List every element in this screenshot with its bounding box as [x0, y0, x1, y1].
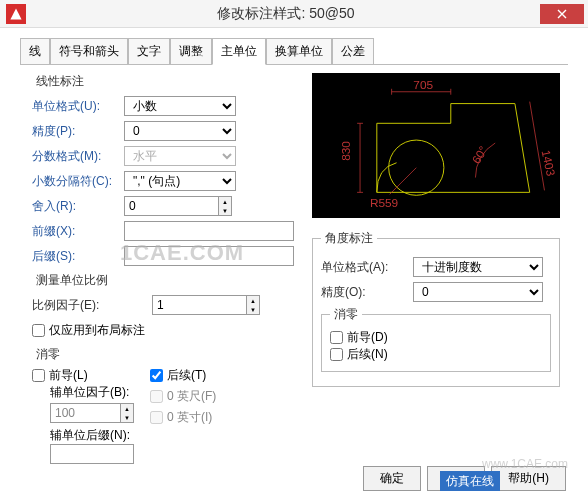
subsuffix-input[interactable]	[50, 444, 134, 464]
angular-unit-label: 单位格式(A):	[321, 259, 413, 276]
svg-line-3	[530, 102, 545, 191]
angular-leading-checkbox[interactable]	[330, 331, 343, 344]
tab-text[interactable]: 文字	[128, 38, 170, 65]
leading-checkbox[interactable]	[32, 369, 45, 382]
zero-legend: 消零	[32, 346, 64, 363]
close-icon	[557, 9, 567, 19]
prefix-label: 前缀(X):	[32, 223, 124, 240]
ok-button[interactable]: 确定	[363, 466, 421, 491]
trailing-checkbox[interactable]	[150, 369, 163, 382]
angular-zero-legend: 消零	[330, 306, 362, 323]
angular-trailing-label: 后续(N)	[347, 346, 388, 363]
suffix-input[interactable]	[124, 246, 294, 266]
tab-primary-units[interactable]: 主单位	[212, 38, 266, 65]
angular-precision-select[interactable]: 0	[413, 282, 543, 302]
title-bar: 修改标注样式: 50@50	[0, 0, 588, 28]
decimal-separator-select[interactable]: "," (句点)	[124, 171, 236, 191]
app-icon	[6, 4, 26, 24]
window-title: 修改标注样式: 50@50	[32, 5, 540, 23]
angular-unit-select[interactable]: 十进制度数	[413, 257, 543, 277]
roundoff-down[interactable]: ▼	[219, 206, 231, 215]
angular-leading-label: 前导(D)	[347, 329, 388, 346]
dim-top: 705	[413, 78, 433, 92]
scale-down[interactable]: ▼	[247, 305, 259, 314]
subfactor-label: 辅单位因子(B):	[50, 384, 134, 401]
close-button[interactable]	[540, 4, 584, 24]
help-button[interactable]: 帮助(H)	[491, 466, 566, 491]
scale-factor-input[interactable]	[152, 295, 246, 315]
prefix-input[interactable]	[124, 221, 294, 241]
svg-line-4	[390, 168, 417, 195]
fraction-format-select[interactable]: 水平	[124, 146, 236, 166]
scale-legend: 测量单位比例	[32, 272, 112, 289]
angular-legend: 角度标注	[321, 230, 377, 247]
layout-only-label: 仅应用到布局标注	[49, 322, 145, 339]
unit-format-label: 单位格式(U):	[32, 98, 124, 115]
tab-panel: 线性标注 单位格式(U): 小数 精度(P): 0 分数格式(M): 水平 小数…	[20, 64, 568, 474]
scale-factor-label: 比例因子(E):	[32, 297, 152, 314]
angular-precision-label: 精度(O):	[321, 284, 413, 301]
tab-strip: 线 符号和箭头 文字 调整 主单位 换算单位 公差	[0, 28, 588, 65]
roundoff-label: 舍入(R):	[32, 198, 124, 215]
tab-fit[interactable]: 调整	[170, 38, 212, 65]
precision-label: 精度(P):	[32, 123, 124, 140]
feet-label: 0 英尺(F)	[167, 388, 216, 405]
suffix-label: 后缀(S):	[32, 248, 124, 265]
trailing-label: 后续(T)	[167, 367, 206, 384]
subfactor-input[interactable]	[50, 403, 120, 423]
fraction-label: 分数格式(M):	[32, 148, 124, 165]
angular-zero-group: 消零 前导(D) 后续(N)	[321, 306, 551, 372]
dim-angle: 60°	[469, 144, 490, 167]
dim-radius: R559	[370, 196, 399, 210]
leading-label: 前导(L)	[49, 367, 88, 384]
inch-checkbox	[150, 411, 163, 424]
layout-only-checkbox[interactable]	[32, 324, 45, 337]
dim-left: 830	[339, 141, 353, 161]
tab-symbols-arrows[interactable]: 符号和箭头	[50, 38, 128, 65]
scale-up[interactable]: ▲	[247, 296, 259, 305]
roundoff-up[interactable]: ▲	[219, 197, 231, 206]
cancel-button[interactable]: 取消	[427, 466, 485, 491]
unit-format-select[interactable]: 小数	[124, 96, 236, 116]
angular-trailing-checkbox[interactable]	[330, 348, 343, 361]
preview-pane: 705 830 1403 R559 60°	[312, 73, 560, 218]
dialog-buttons: 确定 取消 帮助(H)	[363, 466, 566, 491]
tab-lines[interactable]: 线	[20, 38, 50, 65]
subsuffix-label: 辅单位后缀(N):	[50, 427, 134, 444]
scale-group: 测量单位比例 比例因子(E): ▲▼ 仅应用到布局标注	[28, 272, 298, 346]
feet-checkbox	[150, 390, 163, 403]
tab-tolerances[interactable]: 公差	[332, 38, 374, 65]
linear-group: 线性标注 单位格式(U): 小数 精度(P): 0 分数格式(M): 水平 小数…	[28, 73, 298, 272]
tab-alternate-units[interactable]: 换算单位	[266, 38, 332, 65]
linear-legend: 线性标注	[32, 73, 88, 90]
subfactor-up[interactable]: ▲	[121, 404, 133, 413]
roundoff-input[interactable]	[124, 196, 218, 216]
angular-group: 角度标注 单位格式(A): 十进制度数 精度(O): 0 消零 前导(D)	[312, 230, 560, 387]
zero-suppress-group: 消零 前导(L) 辅单位因子(B): ▲▼	[28, 346, 298, 466]
subfactor-down[interactable]: ▼	[121, 413, 133, 422]
inch-label: 0 英寸(I)	[167, 409, 212, 426]
decimal-sep-label: 小数分隔符(C):	[32, 173, 124, 190]
precision-select[interactable]: 0	[124, 121, 236, 141]
